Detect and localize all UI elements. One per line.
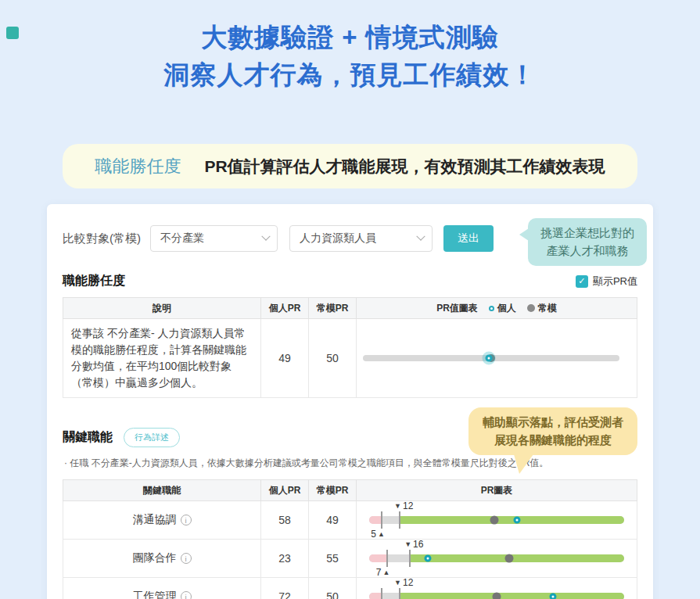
hero-title-line1: 大數據驗證 + 情境式測驗 [0,19,700,56]
low-marker-value: 7 [376,567,382,578]
overview-slider-cell [357,319,637,398]
low-tick [386,550,388,567]
col-pr-chart: PR值圖表 個人 常模 [357,298,637,319]
corner-accent [6,27,19,39]
checkbox-checked-icon[interactable]: ✓ [576,275,588,288]
submit-button[interactable]: 送出 [443,225,494,252]
high-marker-label: ▼12 [394,500,413,511]
overview-section-head: 職能勝任度 ✓ 顯示PR值 [63,273,637,289]
high-marker-value: 12 [403,500,413,511]
below-low-segment [369,516,382,524]
pr-slider-track [363,355,619,361]
mid-segment [387,554,410,562]
person-marker[interactable] [424,555,431,562]
overview-person-pr: 49 [261,319,309,398]
above-high-segment [400,516,624,524]
hero-title: 大數據驗證 + 情境式測驗 洞察人才行為，預見工作績效！ [0,0,700,94]
person-marker[interactable] [485,355,492,362]
col-pr-chart-label: PR值圖表 [436,302,478,315]
overview-table-header: 說明 個人PR 常模PR PR值圖表 個人 常模 [63,298,637,319]
legend-person-label: 個人 [497,302,516,315]
key-competency-head: 關鍵職能 行為詳述 輔助顯示落點，評估受測者 展現各關鍵職能的程度 [63,428,637,447]
overview-row: 從事該 不分產業- 人力資源類人員常模的職能勝任程度，計算各關鍵職能分數均值，在… [63,319,637,398]
low-tick [381,588,382,599]
competency-row: 溝通協調 i 58 49 ▼12 [63,501,637,540]
above-high-segment [400,593,624,599]
low-marker-label: 5▲ [371,529,385,540]
competency-name: 工作管理 [133,590,177,599]
overview-norm-pr: 50 [309,319,357,398]
norm-marker [505,554,514,563]
key-competency-table-header: 關鍵職能 個人PR 常模PR PR圖表 [63,480,637,501]
pr-bar-cell: ▼12 5▲ [357,501,637,540]
overview-heading: 職能勝任度 [63,273,125,289]
col-pr-chart: PR圖表 [357,480,637,501]
info-icon[interactable]: i [181,591,192,599]
mid-segment [382,516,400,524]
competency-row: 工作管理 i 72 50 ▼12 [63,578,637,599]
banner-tag: 職能勝任度 [95,155,181,178]
check-icon: ✓ [578,277,585,285]
competency-name-cell: 溝通協調 i [63,501,261,540]
triangle-down-icon: ▼ [394,502,401,510]
person-marker[interactable] [549,594,556,599]
norm-note: · 任職 不分產業-人力資源類人員，依據大數據分析建議或考量公司常模之職能項目，… [64,457,637,470]
triangle-down-icon: ▼ [404,540,411,548]
show-pr-toggle[interactable]: ✓ 顯示PR值 [576,274,637,289]
norm-pr-value: 50 [309,578,357,599]
legend-norm-label: 常模 [538,302,557,315]
filter-label: 比較對象(常模) [63,231,141,246]
norm-pr-value: 49 [309,501,357,540]
feature-banner: 職能勝任度 PR值計算評估人才職能展現，有效預測其工作績效表現 [63,144,637,188]
pr-bar-cell: ▼12 5▲ [357,578,637,599]
triangle-up-icon: ▲ [383,569,390,576]
key-competency-heading: 關鍵職能 [63,429,113,446]
behavior-detail-tag[interactable]: 行為詳述 [124,428,180,447]
below-low-segment [369,593,382,599]
legend-norm: 常模 [527,302,557,315]
competency-name-cell: 團隊合作 i [63,540,261,578]
job-select-value: 人力資源類人員 [300,231,376,246]
norm-pr-value: 55 [309,540,357,578]
industry-select[interactable]: 不分產業 [150,225,278,252]
report-card: 比較對象(常模) 不分產業 人力資源類人員 送出 挑選企業想比對的 產業人才和職… [47,204,653,599]
mid-segment [382,593,400,599]
low-marker-label: 7▲ [376,567,390,578]
col-norm-pr: 常模PR [309,480,357,501]
norm-legend-icon [527,304,535,312]
industry-select-value: 不分產業 [160,231,204,246]
person-pr-value: 23 [261,540,309,578]
high-marker-value: 16 [413,539,423,550]
below-low-segment [369,554,387,562]
info-icon[interactable]: i [181,553,192,564]
person-marker[interactable] [514,517,521,524]
col-person-pr: 個人PR [261,298,309,319]
show-pr-label: 顯示PR值 [593,274,637,289]
filter-row: 比較對象(常模) 不分產業 人力資源類人員 送出 挑選企業想比對的 產業人才和職… [63,224,637,253]
col-description: 說明 [63,298,261,319]
chart-tooltip-line2: 展現各關鍵職能的程度 [483,431,623,449]
high-tick [399,588,400,599]
filter-tooltip-line2: 產業人才和職務 [540,242,634,260]
low-tick [381,511,382,529]
person-legend-icon [489,306,494,311]
norm-marker [490,516,498,525]
competency-name: 團隊合作 [133,551,177,565]
chevron-down-icon [416,232,425,241]
info-icon[interactable]: i [181,515,192,525]
high-marker-label: ▼12 [394,577,413,588]
high-marker-value: 12 [403,577,413,588]
col-competency: 關鍵職能 [63,480,261,501]
triangle-down-icon: ▼ [394,579,401,586]
hero-title-line2: 洞察人才行為，預見工作績效！ [0,56,700,94]
above-high-segment [410,554,624,562]
key-competency-table: 關鍵職能 個人PR 常模PR PR圖表 溝通協調 i 58 49 [63,479,637,599]
competency-row: 團隊合作 i 23 55 ▼16 [63,540,637,578]
chart-tooltip: 輔助顯示落點，評估受測者 展現各關鍵職能的程度 [468,407,637,455]
filter-tooltip: 挑選企業想比對的 產業人才和職務 [528,218,647,266]
low-marker-value: 5 [371,529,376,540]
person-pr-value: 72 [261,578,309,599]
job-select[interactable]: 人力資源類人員 [289,225,433,252]
banner-headline: PR值計算評估人才職能展現，有效預測其工作績效表現 [204,156,605,178]
triangle-up-icon: ▲ [378,530,385,538]
